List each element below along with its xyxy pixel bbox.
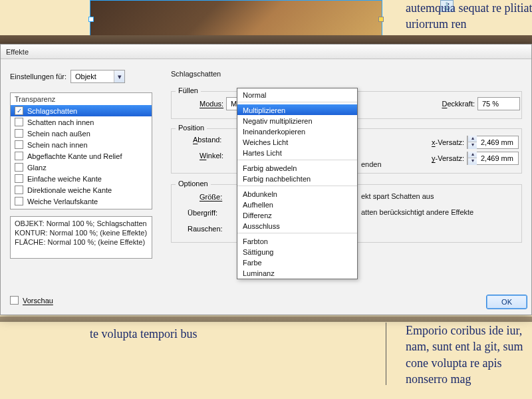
dropdown-option[interactable]: Luminanz (237, 267, 357, 278)
panel-title: Schlagschatten (171, 70, 221, 78)
effect-checkbox[interactable] (15, 174, 23, 183)
dropdown-option[interactable]: Farbig abwedeln (237, 162, 357, 173)
dropdown-option[interactable]: Negativ multiplizieren (237, 115, 357, 126)
dropdown-separator (237, 186, 357, 186)
group-fuellen-legend: Füllen (176, 86, 201, 94)
effects-item[interactable]: Schatten nach innen (11, 116, 152, 128)
dropdown-option[interactable]: Farbig nachbelichten (237, 173, 357, 184)
xversatz-value: 2,469 mm (477, 138, 518, 146)
groesse-label: Größe: (200, 193, 222, 201)
abstand-label: Abstand: (193, 136, 221, 144)
xversatz-input[interactable]: ▴▾ 2,469 mm (467, 136, 519, 149)
dialog-title: Effekte (1, 45, 531, 59)
effect-checkbox[interactable] (15, 118, 23, 126)
yversatz-value: 2,469 mm (477, 154, 518, 162)
dropdown-option[interactable]: Hartes Licht (237, 147, 357, 158)
modus-label: Modus: (200, 100, 223, 108)
effect-checkbox[interactable] (15, 152, 23, 160)
group-optionen-legend: Optionen (176, 180, 211, 188)
dropdown-separator (237, 160, 357, 160)
preview-checkbox-row[interactable]: Vorschau (10, 296, 53, 305)
dropdown-option[interactable]: Weiches Licht (237, 136, 357, 147)
dropdown-option[interactable]: Aufhellen (237, 199, 357, 209)
effects-item[interactable]: Schein nach außen (11, 128, 152, 139)
effects-item[interactable]: ✓Schlagschatten (11, 105, 152, 116)
dropdown-option[interactable]: Normal (237, 89, 357, 100)
truncated-text: enden (361, 160, 382, 168)
effect-label: Schlagschatten (27, 107, 77, 115)
effects-item[interactable]: Glanz (11, 162, 152, 173)
effect-label: Schatten nach innen (27, 118, 94, 126)
modus-dropdown[interactable]: NormalMultiplizierenNegativ multiplizier… (237, 88, 358, 279)
dropdown-option[interactable]: Ausschluss (237, 220, 357, 231)
effects-item[interactable]: Weiche Verlaufskante (11, 196, 152, 207)
dropdown-separator (237, 102, 357, 102)
body-text-bottom-left: te volupta tempori bus (90, 326, 369, 342)
effects-summary: OBJEKT: Normal 100 %; Schlagschatten KON… (10, 216, 152, 259)
effects-item[interactable]: Einfache weiche Kante (11, 173, 152, 184)
body-text-bottom-right: Emporio coribus ide iur, nam, sunt ent l… (406, 323, 532, 387)
effect-checkbox[interactable] (15, 129, 23, 138)
settings-for-label: Einstellungen für: (10, 72, 66, 80)
effect-checkbox[interactable]: ✓ (15, 106, 23, 115)
effect-checkbox[interactable] (15, 186, 23, 194)
uebergriff-label: Übergriff: (188, 209, 217, 217)
settings-for-combo[interactable]: Objekt ▾ (70, 70, 125, 83)
rauschen-label: Rauschen: (188, 225, 223, 233)
settings-for-value: Objekt (71, 72, 114, 80)
dropdown-option[interactable]: Abdunkeln (237, 188, 357, 199)
effects-item[interactable]: Abgeflachte Kante und Relief (11, 150, 152, 162)
dropdown-option[interactable]: Farbton (237, 235, 357, 246)
effect-label: Glanz (27, 164, 47, 172)
effects-heading: Transparenz (11, 93, 152, 105)
spinner[interactable]: ▴▾ (467, 152, 477, 165)
winkel-label: Winkel: (200, 152, 223, 160)
effect-label: Einfache weiche Kante (27, 175, 102, 183)
effect-label: Schein nach außen (27, 130, 90, 138)
group-position-legend: Position (176, 124, 207, 132)
yversatz-input[interactable]: ▴▾ 2,469 mm (467, 152, 519, 165)
truncated-text: atten berücksichtigt andere Effekte (361, 208, 473, 216)
summary-line: OBJEKT: Normal 100 %; Schlagschatten (15, 219, 148, 229)
summary-line: KONTUR: Normal 100 %; (keine Effekte) (15, 229, 148, 238)
effect-label: Schein nach innen (27, 141, 88, 149)
body-text-top: autemquia sequat re plitiat uriorrum ren (406, 0, 532, 33)
effect-checkbox[interactable] (15, 197, 23, 205)
effects-list[interactable]: Transparenz ✓SchlagschattenSchatten nach… (10, 92, 152, 209)
dropdown-option[interactable]: Ineinanderkopieren (237, 126, 357, 136)
dropdown-option[interactable]: Sättigung (237, 246, 357, 257)
placed-image-frame[interactable] (90, 0, 382, 36)
yversatz-label: y-Versatz: (432, 154, 464, 162)
dropdown-option[interactable]: Farbe (237, 257, 357, 267)
deckkraft-input[interactable]: 75 % (477, 97, 520, 110)
preview-checkbox[interactable] (10, 296, 19, 305)
effect-label: Direktionale weiche Kante (27, 186, 112, 194)
summary-line: FLÄCHE: Normal 100 %; (keine Effekte) (15, 238, 148, 247)
dropdown-separator (237, 233, 357, 233)
chevron-down-icon: ▾ (114, 70, 124, 82)
effect-checkbox[interactable] (15, 140, 23, 149)
preview-label: Vorschau (23, 297, 53, 305)
effect-checkbox[interactable] (15, 163, 23, 172)
effects-item[interactable]: Schein nach innen (11, 139, 152, 150)
effect-label: Abgeflachte Kante und Relief (27, 152, 122, 160)
effects-item[interactable]: Direktionale weiche Kante (11, 184, 152, 196)
deckkraft-label: DDeckkraft:eckkraft: (442, 100, 475, 108)
xversatz-label: x-Versatz: (432, 138, 464, 146)
effect-label: Weiche Verlaufskante (27, 198, 98, 205)
dropdown-option[interactable]: Multiplizieren (237, 104, 357, 115)
spinner[interactable]: ▴▾ (467, 136, 477, 149)
truncated-text: ekt spart Schatten aus (361, 192, 434, 200)
ok-button[interactable]: OK (486, 295, 527, 309)
deckkraft-value: 75 % (478, 100, 519, 108)
image-shadow-strip-lower (0, 317, 532, 322)
dropdown-option[interactable]: Differenz (237, 209, 357, 220)
